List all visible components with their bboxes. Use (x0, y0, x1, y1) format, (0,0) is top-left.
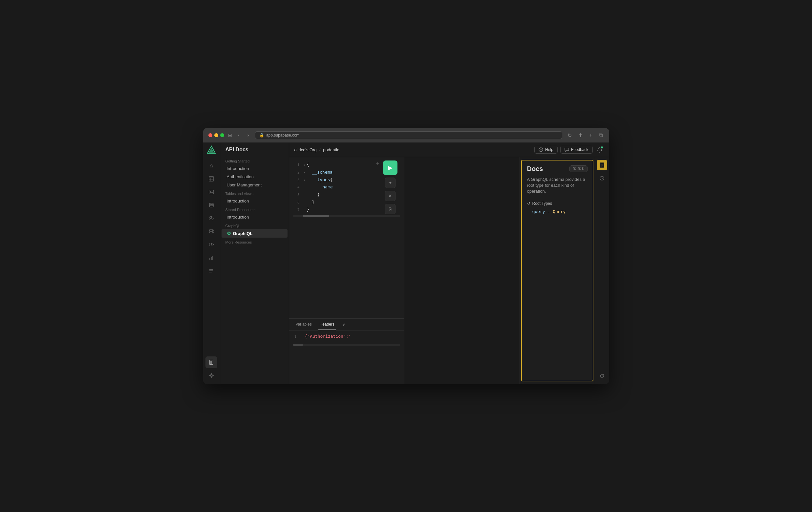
history-btn[interactable] (597, 173, 607, 183)
header-line-1: 1 {"Authorization":' (294, 333, 399, 340)
feedback-btn[interactable]: Feedback (560, 146, 593, 153)
nav-user-management[interactable]: User Management (222, 181, 288, 189)
svg-rect-15 (209, 258, 210, 260)
nav-introduction-tv[interactable]: Introduction (222, 197, 288, 205)
home-icon: ⌂ (210, 163, 213, 169)
help-label: Help (545, 147, 553, 152)
share-btn[interactable]: ⬆ (577, 132, 584, 139)
root-types-label: Root Types (532, 201, 552, 206)
play-icon: ▶ (388, 164, 393, 171)
logs-btn[interactable] (205, 265, 217, 277)
svg-line-14 (211, 243, 212, 246)
svg-rect-17 (212, 256, 213, 260)
tab-expand-btn[interactable]: ∨ (342, 322, 345, 327)
address-bar[interactable]: 🔒 app.supabase.com (255, 131, 562, 139)
supabase-logo (207, 145, 216, 154)
docs-panel: Docs ⌘ ⌘ K A GraphQL schema provides a r… (521, 160, 593, 381)
home-nav-btn[interactable]: ⌂ (205, 160, 217, 172)
help-icon: ? (539, 147, 543, 152)
breadcrumb: olirice's Org / podantic (294, 147, 339, 152)
docs-nav-btn[interactable] (205, 357, 217, 368)
headers-tab-label: Headers (320, 322, 335, 326)
nav-introduction-sp-label: Introduction (227, 215, 249, 220)
url-text: app.supabase.com (266, 133, 299, 138)
fullscreen-btn[interactable]: ✕ (385, 191, 396, 201)
headers-content: 1 {"Authorization":' (289, 331, 404, 343)
refresh-icon (599, 373, 605, 379)
nav-introduction-tv-label: Introduction (227, 199, 249, 203)
browser-window: ⊞ ‹ › 🔒 app.supabase.com ↻ ⬆ + ⧉ ⌂ (203, 128, 609, 384)
new-tab-btn[interactable]: + (588, 132, 593, 139)
add-tab-btn[interactable]: + (376, 161, 379, 167)
graphiql-editor: 1 ▾ { 2 ▾ __schema 3 ▾ (289, 157, 404, 384)
root-types-header[interactable]: ↺ Root Types (527, 201, 587, 206)
tables-views-section: Tables and Views (220, 189, 289, 197)
minimize-traffic-light[interactable] (214, 133, 218, 137)
docs-panel-header: Docs ⌘ ⌘ K (522, 161, 593, 175)
settings-btn[interactable] (205, 370, 217, 381)
nav-graphiql[interactable]: ⚙ GraphiQL (222, 229, 288, 238)
docs-icon (209, 360, 214, 365)
left-panel: API Docs Getting Started Introduction Au… (220, 143, 289, 384)
sql-editor-btn[interactable] (205, 186, 217, 198)
breadcrumb-org[interactable]: olirice's Org (294, 147, 317, 152)
run-query-btn[interactable]: ▶ (383, 161, 398, 175)
users-icon (209, 216, 214, 221)
logs-icon (209, 268, 214, 274)
panel-title: API Docs (220, 147, 289, 157)
feedback-label: Feedback (571, 147, 588, 152)
docs-panel-title: Docs (527, 165, 543, 173)
editor-query-area[interactable]: 1 ▾ { 2 ▾ __schema 3 ▾ (289, 157, 404, 318)
table-editor-btn[interactable] (205, 173, 217, 185)
database-btn[interactable] (205, 199, 217, 211)
extensions-btn[interactable]: ⧉ (598, 132, 604, 139)
api-btn[interactable] (205, 238, 217, 250)
close-editor-icon: ✕ (388, 193, 392, 199)
maximize-traffic-light[interactable] (220, 133, 224, 137)
nav-authentication[interactable]: Authentication (222, 173, 288, 181)
sidebar-toggle-btn[interactable]: ⊞ (228, 133, 232, 138)
prettify-btn[interactable]: ✦ (385, 177, 396, 188)
docs-panel-icon (599, 163, 605, 168)
svg-point-8 (209, 203, 213, 204)
svg-rect-2 (209, 177, 214, 181)
nav-introduction-gs[interactable]: Introduction (222, 165, 288, 173)
close-traffic-light[interactable] (208, 133, 212, 137)
docs-root-types-section: ↺ Root Types query : Query (522, 199, 593, 217)
getting-started-section: Getting Started (220, 157, 289, 165)
refresh-schema-btn[interactable] (597, 371, 607, 381)
help-btn[interactable]: ? Help (534, 146, 558, 153)
toggle-docs-btn[interactable] (597, 160, 607, 170)
svg-rect-16 (211, 257, 212, 260)
breadcrumb-project[interactable]: podantic (323, 147, 339, 152)
database-icon (209, 202, 214, 208)
right-toolbar (595, 157, 609, 384)
tab-headers[interactable]: Headers (318, 319, 336, 330)
back-btn[interactable]: ‹ (236, 132, 241, 139)
copy-query-btn[interactable]: ⎘ (385, 204, 396, 214)
graphql-section: GraphQL (220, 221, 289, 229)
nav-graphiql-label: GraphiQL (233, 231, 253, 236)
nav-authentication-label: Authentication (227, 174, 254, 179)
reload-btn[interactable]: ↻ (566, 132, 573, 139)
reports-btn[interactable] (205, 252, 217, 263)
icon-sidebar: ⌂ (203, 143, 220, 384)
auth-btn[interactable] (205, 212, 217, 224)
docs-query-line[interactable]: query : Query (527, 208, 587, 215)
notification-btn[interactable] (596, 145, 604, 154)
chevron-down-icon: ∨ (342, 322, 345, 327)
query-key: query (532, 209, 545, 214)
nav-introduction-sp[interactable]: Introduction (222, 213, 288, 221)
docs-description: A GraphQL schema provides a root type fo… (522, 175, 593, 199)
variables-tab-label: Variables (296, 322, 312, 326)
forward-btn[interactable]: › (245, 132, 251, 139)
svg-text:?: ? (540, 148, 542, 152)
tab-variables[interactable]: Variables (294, 319, 313, 330)
bottom-horizontal-scrollbar[interactable] (293, 344, 400, 346)
feedback-icon (564, 147, 569, 152)
api-icon (209, 242, 214, 247)
storage-btn[interactable] (205, 226, 217, 237)
editor-horizontal-scrollbar[interactable] (293, 215, 400, 217)
stored-procedures-section: Stored Procedures (220, 205, 289, 213)
docs-search-btn[interactable]: ⌘ ⌘ K (570, 165, 587, 172)
